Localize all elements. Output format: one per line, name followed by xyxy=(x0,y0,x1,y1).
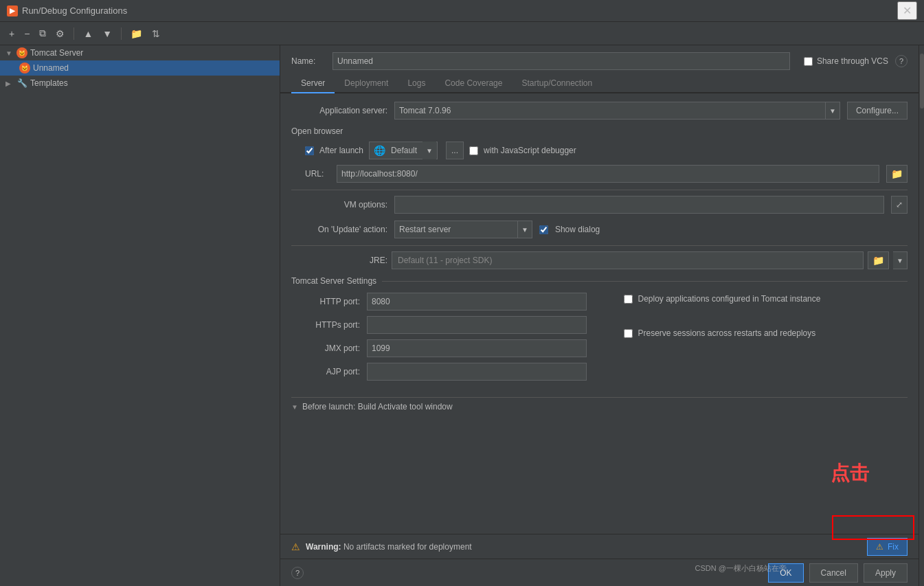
url-input[interactable] xyxy=(337,165,879,183)
ports-right: Deploy applications configured in Tomcat… xyxy=(610,293,908,386)
url-browse-button[interactable]: 📁 xyxy=(886,165,908,183)
http-port-input[interactable] xyxy=(367,293,587,311)
remove-config-button[interactable]: − xyxy=(21,27,33,41)
close-button[interactable]: ✕ xyxy=(897,1,917,20)
tab-server[interactable]: Server xyxy=(291,74,335,93)
footer-help-button[interactable]: ? xyxy=(291,567,304,579)
chrome-icon: 🌐 xyxy=(370,145,385,156)
dialog-footer: ? OK Cancel Apply xyxy=(280,559,919,586)
preserve-checkbox[interactable] xyxy=(624,329,633,338)
share-vcs-checkbox[interactable] xyxy=(804,57,813,66)
jmx-port-input[interactable] xyxy=(367,339,587,357)
tab-logs[interactable]: Logs xyxy=(398,74,435,93)
footer-right: OK Cancel Apply xyxy=(768,563,908,583)
open-browser-section: Open browser After launch 🌐 Default ▼ xyxy=(291,126,908,183)
add-config-button[interactable]: + xyxy=(5,27,18,41)
tree-arrow-tomcat: ▼ xyxy=(5,49,14,57)
settings-button[interactable]: ⚙ xyxy=(52,27,68,41)
app-server-label: Application server: xyxy=(291,106,387,115)
app-server-dropdown-arrow[interactable]: ▼ xyxy=(826,102,840,120)
url-row: URL: 📁 xyxy=(305,165,908,183)
https-port-row: HTTPs port: xyxy=(291,316,589,334)
scrollbar-track[interactable] xyxy=(920,47,924,585)
footer-left: ? xyxy=(291,567,304,579)
folder-button[interactable]: 📁 xyxy=(127,27,146,41)
fix-warning-icon: ⚠ xyxy=(876,542,883,552)
after-launch-label: After launch xyxy=(319,146,363,155)
cancel-button[interactable]: Cancel xyxy=(809,563,858,583)
name-row: Name: Share through VCS ? xyxy=(280,45,919,74)
apply-button[interactable]: Apply xyxy=(864,563,908,583)
scrollbar[interactable] xyxy=(919,45,924,586)
on-update-dropdown-arrow[interactable]: ▼ xyxy=(518,221,532,238)
title-bar: ▶ Run/Debug Configurations ✕ xyxy=(0,0,924,22)
jmx-port-row: JMX port: xyxy=(291,339,589,357)
vm-options-label: VM options: xyxy=(291,200,387,210)
move-down-button[interactable]: ▼ xyxy=(99,27,115,41)
name-input[interactable] xyxy=(333,52,790,70)
vm-options-expand-button[interactable]: ⤢ xyxy=(891,196,908,214)
ajp-port-input[interactable] xyxy=(367,363,587,381)
vm-options-input[interactable] xyxy=(394,196,884,214)
tab-startup[interactable]: Startup/Connection xyxy=(512,74,602,93)
jre-input-area[interactable]: Default (11 - project SDK) xyxy=(392,251,864,269)
after-launch-checkbox[interactable] xyxy=(305,146,314,155)
before-launch-row: ▼ Before launch: Build Activate tool win… xyxy=(291,397,908,416)
browser-select-text: Default xyxy=(385,146,422,155)
tomcat-settings-header: Tomcat Server Settings xyxy=(291,276,908,286)
tab-deployment[interactable]: Deployment xyxy=(335,74,398,93)
ports-section: HTTP port: HTTPs port: JMX port: xyxy=(291,293,908,386)
settings-divider-line xyxy=(382,281,908,282)
browser-select-area[interactable]: 🌐 Default ▼ xyxy=(369,142,438,159)
tree-item-templates[interactable]: ▶ 🔧 Templates xyxy=(0,76,280,91)
bottom-warning-bar: ⚠ Warning: No artifacts marked for deplo… xyxy=(280,534,919,559)
show-dialog-label: Show dialog xyxy=(555,225,600,234)
templates-icon: 🔧 xyxy=(16,78,27,89)
ok-button[interactable]: OK xyxy=(768,563,803,583)
move-up-button[interactable]: ▲ xyxy=(80,27,96,41)
main-content: ▼ 🐱 Tomcat Server 🐱 Unnamed ▶ 🔧 Template… xyxy=(0,45,924,586)
copy-config-button[interactable]: ⧉ xyxy=(36,26,49,41)
app-icon: ▶ xyxy=(7,5,18,16)
tab-coverage[interactable]: Code Coverage xyxy=(435,74,512,93)
js-debugger-checkbox[interactable] xyxy=(469,146,478,155)
jmx-port-label: JMX port: xyxy=(291,343,360,353)
toolbar-separator-1 xyxy=(74,27,74,40)
tomcat-icon: 🐱 xyxy=(16,47,27,58)
tree-item-tomcat-server[interactable]: ▼ 🐱 Tomcat Server xyxy=(0,45,280,60)
after-launch-row: After launch 🌐 Default ▼ ... with JavaSc… xyxy=(305,142,908,159)
sort-button[interactable]: ⇅ xyxy=(148,27,164,41)
jre-dropdown-arrow[interactable]: ▼ xyxy=(893,251,908,269)
ajp-port-row: AJP port: xyxy=(291,363,589,381)
configure-button[interactable]: Configure... xyxy=(847,102,908,120)
before-launch-arrow[interactable]: ▼ xyxy=(291,403,298,411)
preserve-label: Preserve sessions across restarts and re… xyxy=(638,328,816,338)
show-dialog-checkbox[interactable] xyxy=(539,225,548,234)
before-launch-text: Before launch: Build Activate tool windo… xyxy=(302,402,453,412)
deploy-label: Deploy applications configured in Tomcat… xyxy=(638,294,821,304)
on-update-input[interactable] xyxy=(394,221,518,238)
scrollbar-thumb[interactable] xyxy=(920,54,924,109)
share-vcs-label: Share through VCS xyxy=(817,56,888,66)
left-panel: ▼ 🐱 Tomcat Server 🐱 Unnamed ▶ 🔧 Template… xyxy=(0,45,280,586)
deploy-checkbox[interactable] xyxy=(624,295,633,304)
browser-dots-button[interactable]: ... xyxy=(446,142,464,159)
tree-item-unnamed[interactable]: 🐱 Unnamed xyxy=(0,60,280,76)
right-panel: Name: Share through VCS ? Server Deploym… xyxy=(280,45,919,586)
jre-browse-button[interactable]: 📁 xyxy=(868,251,889,269)
preserve-checkbox-row: Preserve sessions across restarts and re… xyxy=(624,328,908,338)
unnamed-tomcat-icon: 🐱 xyxy=(19,63,30,74)
http-port-row: HTTP port: xyxy=(291,293,589,311)
right-panel-container: Name: Share through VCS ? Server Deploym… xyxy=(280,45,924,586)
https-port-input[interactable] xyxy=(367,316,587,334)
fix-button[interactable]: ⚠ Fix xyxy=(867,538,908,556)
title-text: Run/Debug Configurations xyxy=(22,5,127,16)
on-update-label: On 'Update' action: xyxy=(291,225,387,234)
tree-arrow-templates: ▶ xyxy=(5,80,14,87)
url-label: URL: xyxy=(305,169,330,179)
app-server-input[interactable] xyxy=(394,102,826,120)
help-button[interactable]: ? xyxy=(895,55,908,67)
browser-dropdown-arrow[interactable]: ▼ xyxy=(422,142,436,159)
tomcat-settings-title: Tomcat Server Settings xyxy=(291,276,376,286)
open-browser-title: Open browser xyxy=(291,126,908,136)
